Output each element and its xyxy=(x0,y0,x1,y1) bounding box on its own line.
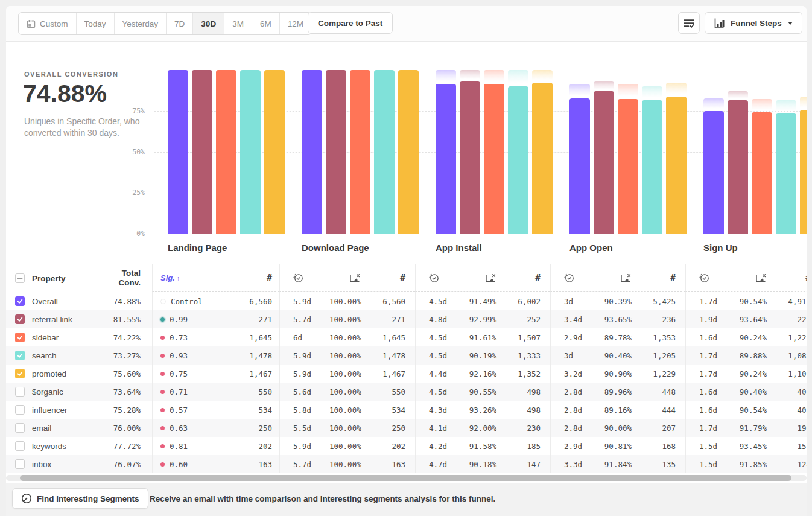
bar-search[interactable] xyxy=(776,113,796,234)
bar-referral-link[interactable] xyxy=(460,81,480,234)
bar-overall[interactable] xyxy=(703,111,724,234)
row-checkbox-promoted[interactable] xyxy=(15,369,25,378)
time-to-convert-value: 1.6d xyxy=(699,333,735,342)
column-header-time-to-convert[interactable] xyxy=(429,273,465,283)
bar-promoted[interactable] xyxy=(532,83,553,234)
bar-sidebar[interactable] xyxy=(350,70,370,234)
bar-sidebar[interactable] xyxy=(752,112,772,234)
column-header-time-to-convert[interactable] xyxy=(699,273,735,283)
date-range-label: 3M xyxy=(232,19,244,28)
bar-overall[interactable] xyxy=(302,70,322,234)
bar-search[interactable] xyxy=(374,70,395,234)
step-1-cells: 0.81202 xyxy=(152,437,279,455)
step-count: 271 xyxy=(258,315,272,324)
row-checkbox-influencer[interactable] xyxy=(15,405,25,415)
date-range-custom[interactable]: Custom xyxy=(19,13,77,34)
column-header-time-to-convert[interactable] xyxy=(293,273,329,283)
conversion-rate-icon xyxy=(620,273,632,283)
total-conversion-value: 75.28% xyxy=(92,406,152,415)
row-checkbox-search[interactable] xyxy=(15,351,25,360)
conversion-rate-value: 91.58% xyxy=(465,442,496,451)
row-checkbox-inbox[interactable] xyxy=(15,459,25,469)
date-range-yesterday[interactable]: Yesterday xyxy=(115,13,167,34)
date-range-7d[interactable]: 7D xyxy=(167,13,193,34)
bar-referral-link[interactable] xyxy=(728,100,748,234)
select-all-checkbox[interactable] xyxy=(15,273,25,283)
property-name: influencer xyxy=(32,406,68,415)
column-header-conversion-rate[interactable] xyxy=(465,273,496,283)
column-header-count[interactable]: # xyxy=(767,273,807,284)
bar-sidebar[interactable] xyxy=(618,99,638,234)
property-cell: Overall74.88% xyxy=(6,292,152,310)
bar-sidebar[interactable] xyxy=(484,84,504,234)
bar-dropoff-ghost xyxy=(703,98,724,111)
time-to-convert-value: 1.5d xyxy=(699,460,735,469)
column-header-count[interactable]: # xyxy=(632,273,676,284)
column-header-conversion-rate[interactable] xyxy=(735,273,767,283)
y-axis-tick-label: 0% xyxy=(121,229,145,238)
time-to-convert-value: 4.5d xyxy=(429,297,465,306)
filter-list-button[interactable] xyxy=(678,12,700,34)
date-range-label: 7D xyxy=(174,19,185,28)
table-row: search73.27%0.931,4785.9d100.00%1,4784.5… xyxy=(6,346,807,365)
bar-overall[interactable] xyxy=(436,84,456,234)
compare-to-past-button[interactable]: Compare to Past xyxy=(308,12,393,34)
column-header-count[interactable]: # xyxy=(496,273,541,284)
significance-value: 0.75 xyxy=(170,369,188,378)
column-header-conversion-rate[interactable] xyxy=(600,273,632,283)
bar-promoted[interactable] xyxy=(800,110,807,234)
step-3-cells: 4.8d92.99%252 xyxy=(415,310,550,328)
table-row: promoted75.60%0.751,4675.9d100.00%1,4674… xyxy=(6,365,807,383)
row-checkbox-keywords[interactable] xyxy=(15,441,25,451)
bar-referral-link[interactable] xyxy=(192,70,212,234)
table-row: sidebar74.22%0.731,6456d100.00%1,6454.5d… xyxy=(6,328,807,346)
significance-dot xyxy=(160,336,165,340)
horizontal-scrollbar-thumb[interactable] xyxy=(20,475,791,481)
row-checkbox--organic[interactable] xyxy=(15,387,25,397)
bar-referral-link[interactable] xyxy=(326,70,346,234)
bar-sidebar[interactable] xyxy=(216,70,236,234)
find-interesting-segments-button[interactable]: Find Interesting Segments xyxy=(12,488,148,509)
date-range-today[interactable]: Today xyxy=(77,13,115,34)
significance-dot xyxy=(160,372,165,376)
conversion-rate-value: 91.84% xyxy=(600,460,632,469)
step-count: 1,507 xyxy=(496,333,541,342)
row-checkbox-overall[interactable] xyxy=(15,296,25,306)
bar-search[interactable] xyxy=(240,70,261,234)
date-range-3m[interactable]: 3M xyxy=(224,13,252,34)
property-name: referral link xyxy=(32,315,72,324)
column-header-conversion-rate[interactable] xyxy=(329,273,361,283)
bar-referral-link[interactable] xyxy=(594,91,614,234)
row-checkbox-email[interactable] xyxy=(15,423,25,433)
funnel-steps-dropdown[interactable]: Funnel Steps xyxy=(705,12,802,34)
bar-search[interactable] xyxy=(642,100,662,234)
conversion-rate-value: 90.24% xyxy=(735,333,767,342)
bar-promoted[interactable] xyxy=(666,97,687,234)
step-4-cells: 2.9d89.78%1,353 xyxy=(550,328,685,346)
find-segments-label: Find Interesting Segments xyxy=(37,494,139,503)
step-4-cells: 2.8d90.00%207 xyxy=(550,419,685,437)
column-header-count[interactable]: # xyxy=(361,273,405,284)
row-checkbox-referral-link[interactable] xyxy=(15,314,25,324)
step-count: 236 xyxy=(632,315,676,324)
step-count: 550 xyxy=(361,387,405,397)
date-range-6m[interactable]: 6M xyxy=(252,13,280,34)
bar-overall[interactable] xyxy=(569,98,590,234)
bar-overall[interactable] xyxy=(168,70,188,234)
column-header-time-to-convert[interactable] xyxy=(564,273,600,283)
bar-promoted[interactable] xyxy=(264,70,285,234)
step-count: 135 xyxy=(632,460,676,469)
column-header-count[interactable]: # xyxy=(267,273,272,284)
table-header-step-3: # xyxy=(415,264,550,292)
conversion-rate-value: 90.40% xyxy=(735,387,767,397)
step-count: 163 xyxy=(361,460,405,469)
time-to-convert-value: 1.6d xyxy=(699,406,735,415)
clock-check-icon xyxy=(293,273,329,283)
date-range-30d[interactable]: 30D xyxy=(193,13,224,34)
bar-search[interactable] xyxy=(508,86,528,234)
column-header-significance[interactable]: Sig.↑ xyxy=(160,273,180,282)
row-checkbox-sidebar[interactable] xyxy=(15,333,25,342)
bar-promoted[interactable] xyxy=(398,70,419,234)
date-range-12m[interactable]: 12M xyxy=(280,13,311,34)
step-1-cells: 0.71550 xyxy=(152,383,279,401)
